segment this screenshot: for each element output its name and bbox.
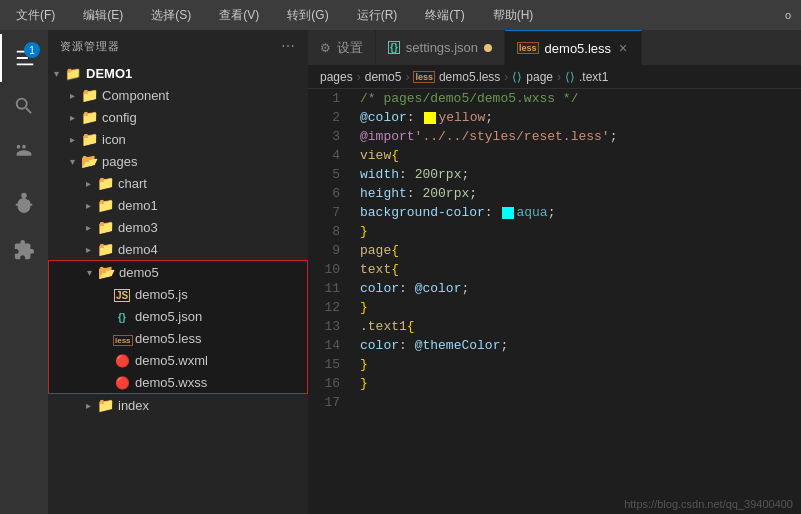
tab-demo5-less-label: demo5.less bbox=[545, 41, 611, 56]
menu-item[interactable]: 编辑(E) bbox=[77, 5, 129, 26]
tree-item-label: demo3 bbox=[118, 220, 158, 235]
line-number: 5 bbox=[308, 165, 340, 184]
bc-less-icon: less bbox=[413, 71, 435, 83]
tree-item[interactable]: ▾📂demo5 bbox=[49, 261, 307, 283]
watermark: https://blog.csdn.net/qq_39400400 bbox=[624, 498, 793, 510]
tree-item-label: Component bbox=[102, 88, 169, 103]
line-numbers: 1234567891011121314151617 bbox=[308, 89, 352, 514]
tree-item-label: index bbox=[118, 398, 149, 413]
settings-icon: ⚙ bbox=[320, 41, 331, 55]
less-file-icon: less bbox=[113, 331, 131, 346]
code-line: } bbox=[360, 222, 801, 241]
line-number: 9 bbox=[308, 241, 340, 260]
folder-icon: 📁 bbox=[96, 197, 114, 213]
folder-icon: 📁 bbox=[96, 219, 114, 235]
tree-arrow: ▸ bbox=[64, 112, 80, 123]
line-number: 7 bbox=[308, 203, 340, 222]
line-number: 10 bbox=[308, 260, 340, 279]
tab-demo5-less[interactable]: less demo5.less × bbox=[505, 30, 642, 65]
tree-arrow: ▾ bbox=[81, 267, 97, 278]
menu-item[interactable]: 运行(R) bbox=[351, 5, 404, 26]
menu-item[interactable]: 选择(S) bbox=[145, 5, 197, 26]
tree-item[interactable]: ▾📂pages bbox=[48, 150, 308, 172]
tree-item[interactable]: ▸📁demo4 bbox=[48, 238, 308, 260]
line-number: 16 bbox=[308, 374, 340, 393]
line-number: 11 bbox=[308, 279, 340, 298]
menu-item[interactable]: 文件(F) bbox=[10, 5, 61, 26]
menu-item[interactable]: 查看(V) bbox=[213, 5, 265, 26]
code-line: height: 200rpx; bbox=[360, 184, 801, 203]
breadcrumb: pages › demo5 › less demo5.less › ⟨⟩ pag… bbox=[308, 65, 801, 89]
tree-item[interactable]: ▸📁chart bbox=[48, 172, 308, 194]
folder-icon: 📁 bbox=[80, 131, 98, 147]
notification-badge: 1 bbox=[24, 42, 40, 58]
tree-item[interactable]: 🔴demo5.wxml bbox=[49, 349, 307, 371]
menu-bar[interactable]: 文件(F)编辑(E)选择(S)查看(V)转到(G)运行(R)终端(T)帮助(H) bbox=[10, 5, 539, 26]
tree-item-label: demo5.js bbox=[135, 287, 188, 302]
sidebar-tree: ▾ 📁 DEMO1 ▸📁Component▸📁config▸📁icon▾📂pag… bbox=[48, 62, 308, 514]
menu-item[interactable]: 终端(T) bbox=[419, 5, 470, 26]
tree-item-label: demo5.less bbox=[135, 331, 201, 346]
js-file-icon: JS bbox=[113, 287, 131, 302]
activity-explorer[interactable]: 1 bbox=[0, 34, 48, 82]
root-icon: 📁 bbox=[64, 66, 82, 81]
sidebar: 资源管理器 ⋯ ▾ 📁 DEMO1 ▸📁Component▸📁config▸📁i… bbox=[48, 30, 308, 514]
activity-git[interactable] bbox=[0, 130, 48, 178]
code-content[interactable]: /* pages/demo5/demo5.wxss */@color: yell… bbox=[352, 89, 801, 514]
tree-arrow: ▸ bbox=[80, 244, 96, 255]
code-line: background-color: aqua; bbox=[360, 203, 801, 222]
code-line: page { bbox=[360, 241, 801, 260]
code-line: } bbox=[360, 355, 801, 374]
code-line: .text1{ bbox=[360, 317, 801, 336]
tree-item[interactable]: ▸📁index bbox=[48, 394, 308, 416]
tree-item[interactable]: 🔴demo5.wxss bbox=[49, 371, 307, 393]
tab-close-button[interactable]: × bbox=[617, 40, 629, 56]
tree-item[interactable]: ▸📁Component bbox=[48, 84, 308, 106]
line-number: 1 bbox=[308, 89, 340, 108]
tree-item-label: demo1 bbox=[118, 198, 158, 213]
code-line bbox=[360, 393, 801, 412]
tree-item-label: demo5.wxml bbox=[135, 353, 208, 368]
line-number: 4 bbox=[308, 146, 340, 165]
tree-root[interactable]: ▾ 📁 DEMO1 bbox=[48, 62, 308, 84]
new-file-icon[interactable]: ⋯ bbox=[281, 38, 296, 54]
code-line: color: @color; bbox=[360, 279, 801, 298]
json-file-icon: {} bbox=[113, 309, 131, 324]
modified-dot bbox=[484, 44, 492, 52]
less-file-icon: less bbox=[517, 42, 539, 54]
tree-item-label: config bbox=[102, 110, 137, 125]
menu-item[interactable]: 帮助(H) bbox=[487, 5, 540, 26]
folder-icon: 📂 bbox=[80, 153, 98, 169]
tab-settings[interactable]: ⚙ 设置 bbox=[308, 30, 376, 65]
code-line: @color: yellow; bbox=[360, 108, 801, 127]
tree-arrow: ▸ bbox=[64, 134, 80, 145]
code-line: text{ bbox=[360, 260, 801, 279]
activity-debug[interactable] bbox=[0, 178, 48, 226]
line-number: 6 bbox=[308, 184, 340, 203]
wxml-file-icon: 🔴 bbox=[113, 353, 131, 368]
tree-item[interactable]: lessdemo5.less bbox=[49, 327, 307, 349]
tree-item[interactable]: JSdemo5.js bbox=[49, 283, 307, 305]
tree-item-label: icon bbox=[102, 132, 126, 147]
bc-page: page bbox=[526, 70, 553, 84]
tree-item[interactable]: ▸📁icon bbox=[48, 128, 308, 150]
tab-settings-json[interactable]: {} settings.json bbox=[376, 30, 505, 65]
tree-arrow: ▸ bbox=[64, 90, 80, 101]
tree-item[interactable]: {}demo5.json bbox=[49, 305, 307, 327]
tree-arrow: ▾ bbox=[64, 156, 80, 167]
wxss-file-icon: 🔴 bbox=[113, 375, 131, 390]
menu-item[interactable]: 转到(G) bbox=[281, 5, 334, 26]
line-number: 17 bbox=[308, 393, 340, 412]
activity-search[interactable] bbox=[0, 82, 48, 130]
bc-selector: .text1 bbox=[579, 70, 608, 84]
activity-extensions[interactable] bbox=[0, 226, 48, 274]
folder-icon: 📁 bbox=[80, 109, 98, 125]
tree-item[interactable]: ▸📁demo1 bbox=[48, 194, 308, 216]
tree-item[interactable]: ▸📁demo3 bbox=[48, 216, 308, 238]
root-arrow: ▾ bbox=[48, 68, 64, 79]
tree-item[interactable]: ▸📁config bbox=[48, 106, 308, 128]
sidebar-title: 资源管理器 bbox=[60, 39, 120, 54]
json-file-icon: {} bbox=[388, 41, 400, 54]
tree-item-label: pages bbox=[102, 154, 137, 169]
folder-icon: 📁 bbox=[96, 397, 114, 413]
